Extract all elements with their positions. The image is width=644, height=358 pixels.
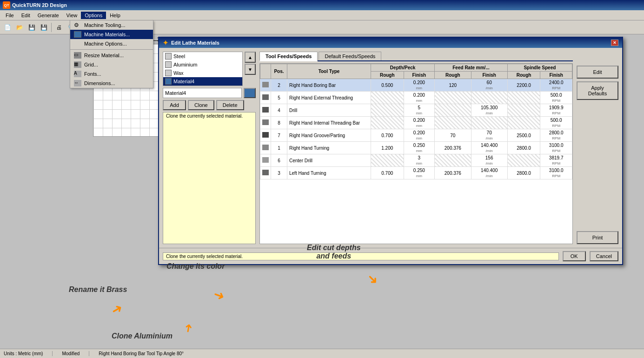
spindle-rough-cell: 2500.0: [507, 129, 540, 142]
edit-cut-arrow: ➜: [364, 270, 382, 289]
pos-cell: 7: [271, 129, 287, 142]
apply-defaults-button[interactable]: Apply Defaults: [577, 81, 618, 100]
cancel-button[interactable]: Cancel: [590, 251, 618, 261]
menu-dimensions[interactable]: ↔ Dimensions...: [70, 79, 153, 88]
spindle-finish-cell: 1909.9RPM: [540, 104, 572, 117]
menu-fonts[interactable]: A Fonts...: [70, 69, 153, 79]
menu-grid[interactable]: ▦ Grid...: [70, 60, 153, 69]
grid-icon: ▦: [74, 61, 81, 68]
tool-type-cell: Right Hand External Threading: [287, 92, 371, 104]
app-title: QuickTURN 2D Design: [12, 2, 67, 8]
table-body: 2 Right Hand Boring Bar 0.500 0.200mm 12…: [260, 79, 572, 179]
spindle-finish-cell: 3100.0RPM: [540, 167, 572, 179]
add-material-button[interactable]: Add: [163, 100, 186, 110]
row-icon-cell: [260, 129, 271, 142]
menu-machine-tooling[interactable]: ⚙ Machine Tooling...: [70, 20, 153, 30]
tool-type-cell: Left Hand Turning: [287, 167, 371, 179]
steel-color-box: [165, 53, 172, 60]
material-action-buttons: Add Clone Delete: [163, 100, 256, 110]
rename-annotation: Rename it Brass: [69, 285, 127, 294]
print-button[interactable]: Print: [577, 231, 618, 244]
dialog-title-bar: ✦ Edit Lathe Materials ✕: [159, 38, 622, 48]
delete-material-button[interactable]: Delete: [216, 100, 244, 110]
ok-button[interactable]: OK: [563, 251, 586, 261]
edit-button[interactable]: Edit: [577, 66, 618, 79]
feed-finish-cell: 156/min: [471, 154, 507, 167]
footer-tooltip: Clone the currently selected material.: [163, 252, 559, 260]
save-as-btn[interactable]: 💾: [38, 22, 49, 33]
material-aluminium[interactable]: Aluminium: [163, 60, 242, 69]
pos-cell: 1: [271, 142, 287, 154]
feed-rough-cell: 200.376: [435, 167, 471, 179]
print-btn[interactable]: 🖨: [53, 22, 65, 33]
blue-box-icon: [74, 31, 81, 38]
material-list-container: Steel Aluminium Wax: [163, 52, 256, 86]
menu-edit[interactable]: Edit: [18, 12, 34, 19]
data-panel: Tool Feeds/Speeds Default Feeds/Speeds P…: [259, 52, 573, 244]
menu-file[interactable]: File: [2, 12, 18, 19]
depth-finish-cell: 0.200mm: [404, 79, 435, 92]
menu-generate[interactable]: Generate: [34, 12, 63, 19]
resize-icon: ▭: [74, 52, 81, 59]
depth-finish-cell: 0.200mm: [404, 117, 435, 129]
tab-tool-feeds-speeds[interactable]: Tool Feeds/Speeds: [259, 52, 318, 61]
move-up-button[interactable]: ▲: [245, 52, 256, 63]
edit-cut-annotation: Edit cut depthsand feeds: [307, 244, 361, 260]
depth-rough-cell: 0.700: [371, 167, 404, 179]
feed-rough-cell: [435, 117, 471, 129]
edit-lathe-materials-dialog: ✦ Edit Lathe Materials ✕ Steel: [158, 37, 623, 265]
table-row[interactable]: 7 Right Hand Groove/Parting 0.700 0.200m…: [260, 129, 572, 142]
menu-options[interactable]: Options: [81, 12, 106, 19]
table-row[interactable]: 1 Right Hand Turning 1.200 0.250mm 200.3…: [260, 142, 572, 154]
tool-type-cell: Right Hand Boring Bar: [287, 79, 371, 92]
material-steel[interactable]: Steel: [163, 52, 242, 60]
spindle-finish-cell: 500.0RPM: [540, 117, 572, 129]
tool-type-cell: Right Hand Internal Threading Bar: [287, 117, 371, 129]
menu-help[interactable]: Help: [106, 12, 124, 19]
materials-panel: Steel Aluminium Wax: [163, 52, 256, 244]
feed-rough-cell: [435, 92, 471, 104]
tools-table: Pos. Tool Type Depth/Peck Feed Rate mm/.…: [260, 64, 572, 179]
menu-machine-materials[interactable]: Machine Materials...: [70, 30, 153, 39]
material-wax[interactable]: Wax: [163, 69, 242, 77]
spindle-finish-cell: 3819.7RPM: [540, 154, 572, 167]
spindle-finish-cell: 500.0RPM: [540, 92, 572, 104]
dialog-close-button[interactable]: ✕: [611, 40, 618, 46]
spindle-finish-cell: 3100.0RPM: [540, 142, 572, 154]
color-picker-button[interactable]: [244, 88, 256, 98]
depth-rough-cell: 0.500: [371, 79, 404, 92]
row-icon-cell: [260, 154, 271, 167]
menu-machine-options[interactable]: Machine Options...: [70, 39, 153, 48]
table-row[interactable]: 4 Drill 5mm 105.300/min 1909.9RPM: [260, 104, 572, 117]
clone-material-button[interactable]: Clone: [188, 100, 214, 110]
options-dropdown: ⚙ Machine Tooling... Machine Materials..…: [70, 20, 153, 88]
spindle-rough-cell: [507, 117, 540, 129]
table-row[interactable]: 3 Left Hand Turning 0.700 0.250mm 200.37…: [260, 167, 572, 179]
menu-resize-material[interactable]: ▭ Resize Material...: [70, 51, 153, 60]
row-icon-cell: [260, 79, 271, 92]
rename-arrow: ➜: [108, 300, 125, 318]
steel-label: Steel: [173, 53, 185, 59]
table-row[interactable]: 8 Right Hand Internal Threading Bar 0.20…: [260, 117, 572, 129]
save-btn[interactable]: 💾: [26, 22, 37, 33]
tool-type-cell: Right Hand Groove/Parting: [287, 129, 371, 142]
material-material4[interactable]: Material4: [163, 77, 242, 86]
menu-bar: File Edit Generate View Options Help ⚙ M…: [0, 10, 644, 20]
wax-color-box: [165, 70, 172, 76]
move-down-button[interactable]: ▼: [245, 64, 256, 75]
tab-default-feeds-speeds[interactable]: Default Feeds/Speeds: [319, 52, 381, 60]
change-color-annotation: Change its color: [166, 262, 225, 271]
row-icon-cell: [260, 142, 271, 154]
tool-type-cell: Right Hand Turning: [287, 142, 371, 154]
table-row[interactable]: 5 Right Hand External Threading 0.200mm …: [260, 92, 572, 104]
table-row[interactable]: 2 Right Hand Boring Bar 0.500 0.200mm 12…: [260, 79, 572, 92]
feed-finish-header: Finish: [471, 72, 507, 79]
open-btn[interactable]: 📂: [14, 22, 25, 33]
header-row-1: Pos. Tool Type Depth/Peck Feed Rate mm/.…: [260, 64, 572, 72]
material-name-input[interactable]: [163, 88, 242, 98]
dialog-content: Steel Aluminium Wax: [159, 48, 622, 248]
menu-view[interactable]: View: [63, 12, 81, 19]
new-btn[interactable]: 📄: [2, 22, 13, 33]
table-row[interactable]: 6 Center Drill 3mm 156/min 3819.7RPM: [260, 154, 572, 167]
row-icon-cell: [260, 117, 271, 129]
